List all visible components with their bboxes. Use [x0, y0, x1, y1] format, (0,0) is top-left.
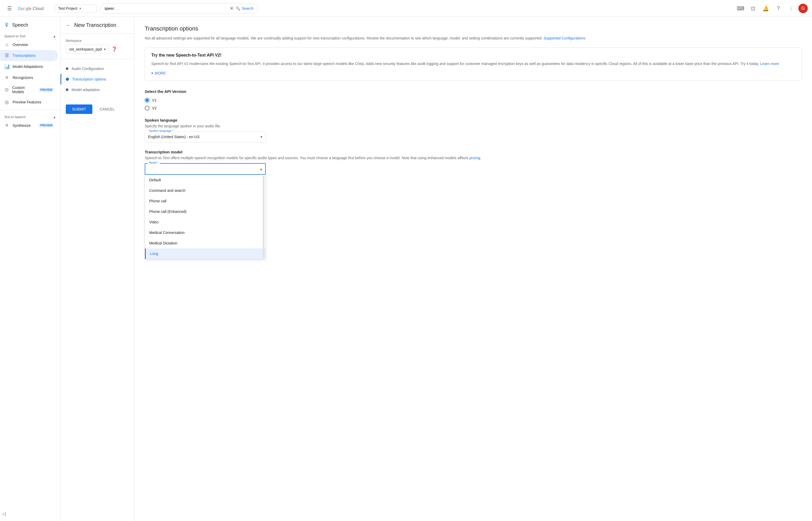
cloud-shell-editor-icon[interactable]: ⊡: [748, 3, 758, 14]
tts-collapse-icon[interactable]: ▲: [53, 115, 56, 119]
wizard-panel: ← New Transcription Workspace sst_worksp…: [61, 17, 134, 521]
workspace-value: sst_workspace_ppd: [69, 47, 102, 51]
dropdown-item-medical-conversation[interactable]: Medical Conversation: [145, 227, 265, 238]
workspace-help-icon[interactable]: ❓: [111, 46, 117, 52]
radio-circle-v1: [145, 98, 149, 103]
spoken-language-title: Spoken language: [145, 118, 802, 122]
v2-more-button[interactable]: ▾ MORE: [151, 71, 795, 75]
sidebar-divider: [0, 110, 60, 110]
dropdown-item-video[interactable]: Video: [145, 217, 265, 227]
language-select[interactable]: English (United States) - en-US: [145, 131, 266, 142]
synthesize-icon: ≡: [4, 122, 9, 128]
api-version-radio-group: V1 V2: [145, 98, 802, 111]
wizard-step-dot-transcription: [66, 77, 69, 81]
project-arrow-icon: ▾: [79, 6, 81, 10]
submit-button[interactable]: SUBMIT: [66, 105, 92, 114]
search-button[interactable]: 🔍 Search: [236, 6, 253, 10]
wizard-step-model-adaptation[interactable]: Model adaptation: [61, 85, 134, 95]
sidebar-app-header: 🎙 Speech: [0, 19, 60, 31]
sidebar-item-overview[interactable]: ⌂ Overview: [0, 39, 58, 50]
model-select[interactable]: [145, 163, 266, 175]
language-select-arrow-icon: [260, 135, 262, 139]
transcriptions-icon: ☰: [4, 53, 9, 59]
transcription-model-desc: Speech-to-Text offers multiple speech re…: [145, 156, 802, 160]
language-select-value: English (United States) - en-US: [148, 135, 258, 139]
workspace-label: Workspace: [66, 39, 129, 43]
speech-app-icon: 🎙: [4, 22, 9, 28]
v2-banner-title: Try the new Speech-to-Text API V2!: [151, 53, 795, 58]
sidebar-item-custom-models[interactable]: ⊙ Custom Models PREVIEW: [0, 83, 58, 96]
sidebar-item-model-adaptations[interactable]: 📊 Model Adaptations: [0, 61, 58, 72]
options-description: Not all advanced settings are supported …: [145, 35, 802, 41]
wizard-step-label-audio: Audio Configuration: [72, 67, 104, 71]
wizard-steps: Audio Configuration Transcription option…: [61, 59, 134, 99]
wizard-step-audio-config[interactable]: Audio Configuration: [61, 63, 134, 74]
stt-collapse-icon[interactable]: ▲: [53, 35, 56, 38]
dropdown-item-medical-dictation[interactable]: Medical Dictation: [145, 238, 265, 248]
dropdown-item-phone-call[interactable]: Phone call: [145, 196, 265, 206]
project-selector[interactable]: Test Project ▾: [55, 4, 97, 13]
spoken-language-desc: Specify the language spoken in your audi…: [145, 124, 802, 128]
sidebar-item-transcriptions[interactable]: ☰ Transcriptions: [0, 50, 58, 61]
sidebar-item-preview-features[interactable]: ◎ Preview Features: [0, 96, 58, 108]
supported-configs-link[interactable]: Supported Configurations: [543, 36, 585, 40]
custom-models-icon: ⊙: [4, 87, 9, 93]
sidebar-item-synthesize[interactable]: ≡ Synthesize PREVIEW: [0, 120, 58, 131]
preview-features-icon: ◎: [4, 99, 9, 105]
cancel-button[interactable]: CANCEL: [95, 105, 119, 114]
wizard-step-label-transcription: Transcription options: [72, 77, 106, 81]
dropdown-item-phone-call-enhanced[interactable]: Phone call (Enhanced): [145, 206, 265, 217]
home-icon: ⌂: [4, 42, 9, 47]
dropdown-item-long[interactable]: Long: [145, 248, 265, 259]
sidebar-item-custom-models-label: Custom Models: [12, 86, 36, 94]
pricing-link[interactable]: pricing.: [469, 156, 481, 160]
more-options-icon[interactable]: ⋮: [786, 3, 796, 14]
notifications-icon[interactable]: 🔔: [761, 3, 771, 14]
google-cloud-logo: Google Cloud: [18, 5, 49, 12]
sidebar-item-synthesize-label: Synthesize: [13, 123, 30, 128]
menu-icon[interactable]: ☰: [4, 3, 15, 14]
wizard-step-dot-model: [66, 88, 68, 91]
tts-section-label: Text-to-Speech ▲: [0, 112, 60, 120]
options-title: Transcription options: [145, 25, 802, 32]
radio-circle-v2: [145, 106, 149, 111]
cloud-shell-icon[interactable]: ⌨: [735, 3, 746, 14]
wizard-header: ← New Transcription: [61, 22, 134, 34]
language-select-wrapper: Spoken language * English (United States…: [145, 131, 802, 142]
api-version-v2-label: V2: [152, 106, 157, 110]
api-version-v1[interactable]: V1: [145, 98, 802, 103]
sidebar-collapse-icon[interactable]: ◁: [2, 511, 6, 517]
stt-section-label: Speech-to-Text ▲: [0, 31, 60, 39]
wizard-step-dot-audio: [66, 67, 68, 70]
search-bar: ✕ 🔍 Search: [100, 3, 258, 14]
options-panel: Transcription options Not all advanced s…: [134, 17, 812, 521]
model-dropdown: Default Command and search Phone call Ph…: [145, 175, 266, 259]
sidebar-item-recognizers[interactable]: ≡ Recognizers: [0, 72, 58, 83]
v2-banner-text: Speech-to-Text API V2 modernizes the exi…: [151, 61, 795, 67]
language-select-label: Spoken language *: [148, 129, 175, 132]
workspace-select[interactable]: sst_workspace_ppd ▾: [66, 45, 109, 54]
transcription-model-section: Transcription model Speech-to-Text offer…: [145, 150, 802, 175]
api-version-v2[interactable]: V2: [145, 106, 802, 111]
help-icon[interactable]: ?: [773, 3, 784, 14]
svg-text:Google
         Cloud: Google Cloud: [18, 6, 44, 11]
api-version-v1-label: V1: [152, 98, 157, 103]
model-select-label: Model *: [148, 161, 160, 164]
wizard-step-transcription-options[interactable]: Transcription options: [61, 74, 134, 85]
avatar[interactable]: G: [798, 4, 808, 13]
sidebar-item-preview-features-label: Preview Features: [13, 100, 41, 104]
wizard-back-button[interactable]: ←: [66, 22, 71, 28]
search-input[interactable]: [105, 6, 228, 10]
spoken-language-section: Spoken language Specify the language spo…: [145, 118, 802, 142]
v2-banner: Try the new Speech-to-Text API V2! Speec…: [145, 47, 802, 81]
dropdown-scrollbar[interactable]: [263, 176, 264, 258]
workspace-arrow-icon: ▾: [104, 47, 106, 51]
dropdown-item-command-search[interactable]: Command and search: [145, 185, 265, 196]
v2-learn-more-link[interactable]: Learn more: [760, 62, 779, 66]
sidebar-item-transcriptions-label: Transcriptions: [13, 53, 36, 58]
dropdown-item-default[interactable]: Default: [145, 175, 265, 185]
topbar-actions: ⌨ ⊡ 🔔 ? ⋮ G: [735, 3, 808, 14]
search-clear-icon[interactable]: ✕: [230, 5, 234, 11]
search-button-label: Search: [242, 6, 253, 10]
sidebar-item-recognizers-label: Recognizers: [13, 75, 33, 80]
